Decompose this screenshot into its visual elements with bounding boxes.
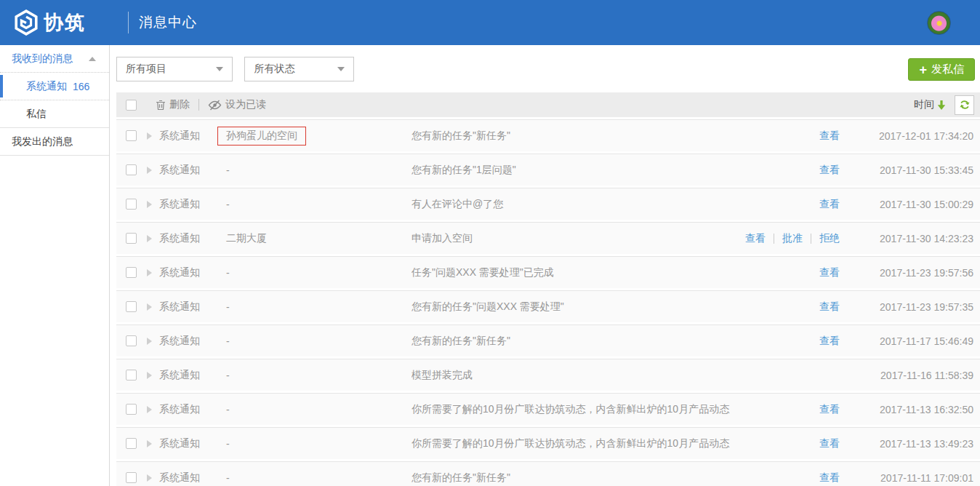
expand-arrow-icon[interactable] [147,406,152,413]
row-project: - [226,370,230,381]
app-header: 协筑 消息中心 [0,0,980,45]
row-project: - [226,267,230,279]
row-type: 系统通知 [159,130,226,143]
row-checkbox[interactable] [126,164,137,175]
view-link[interactable]: 查看 [819,335,840,348]
refresh-button[interactable] [955,95,974,115]
sidebar-item-private-message[interactable]: 私信 [0,100,109,128]
row-actions: 查看 [731,335,840,348]
row-time: 2017-11-30 15:33:45 [840,164,980,176]
expand-arrow-icon[interactable] [147,338,152,345]
select-all-checkbox[interactable] [126,100,137,111]
expand-arrow-icon[interactable] [147,372,152,379]
table-row: 系统通知 - 您有新的任务"新任务" 查看 2017-11-11 17:09:0… [116,461,980,486]
row-project: 孙狗蛋儿的空间 [217,127,306,146]
row-message: 您有新的任务"1层问题" [411,164,731,177]
row-actions: 查看 [731,164,840,177]
row-project: - [226,301,230,313]
row-checkbox[interactable] [126,199,137,210]
row-type: 系统通知 [159,335,226,348]
row-time: 2017-11-11 17:09:01 [840,472,980,484]
unread-count-badge: 166 [73,81,89,92]
row-project: - [226,199,230,210]
header-divider [128,12,129,33]
sidebar-group-received[interactable]: 我收到的消息 [0,45,109,73]
chevron-down-icon [216,67,223,71]
row-checkbox[interactable] [126,472,137,483]
expand-arrow-icon[interactable] [147,201,152,208]
row-checkbox[interactable] [126,130,137,141]
trash-icon [156,100,166,111]
view-link[interactable]: 查看 [745,232,766,245]
status-filter-select[interactable]: 所有状态 [244,57,354,81]
row-message: 您有新的任务"问题XXX 需要处理" [411,300,731,314]
view-link[interactable]: 查看 [819,198,840,211]
view-link[interactable]: 查看 [819,403,840,416]
row-checkbox[interactable] [126,438,137,449]
project-filter-select[interactable]: 所有项目 [116,57,233,81]
table-row: 系统通知 - 您有新的任务"1层问题" 查看 2017-11-30 15:33:… [116,154,980,186]
expand-arrow-icon[interactable] [147,269,152,276]
row-actions: 查看 [731,266,840,279]
mark-read-button[interactable]: 设为已读 [208,98,266,111]
sidebar-item-label: 私信 [0,108,47,121]
row-checkbox[interactable] [126,267,137,278]
approve-link[interactable]: 批准 [782,232,803,245]
sort-descending-arrow-icon[interactable] [937,100,946,111]
delete-label: 删除 [169,98,190,111]
row-time: 2017-11-17 15:46:49 [840,335,980,347]
expand-arrow-icon[interactable] [147,440,152,447]
compose-private-message-button[interactable]: + 发私信 [908,58,975,81]
row-checkbox[interactable] [126,233,137,244]
main-content: 所有项目 所有状态 + 发私信 删除 设为已读 [116,45,980,486]
table-row: 系统通知 孙狗蛋儿的空间 您有新的任务"新任务" 查看 2017-12-01 1… [116,119,980,151]
view-link[interactable]: 查看 [819,130,840,143]
chevron-down-icon [337,67,345,71]
row-checkbox[interactable] [126,370,137,381]
row-project: - [226,164,230,176]
row-project: - [226,335,230,347]
sort-time-label[interactable]: 时间 [914,98,934,111]
row-checkbox[interactable] [126,301,137,312]
sidebar-item-label: 系统通知 [0,80,67,93]
sidebar-item-system-notice[interactable]: 系统通知 166 [0,73,109,100]
expand-arrow-icon[interactable] [147,235,152,242]
row-message: 你所需要了解的10月份广联达协筑动态，内含新鲜出炉的10月产品动态，诺士诚监理单… [411,437,731,450]
table-row: 系统通知 二期大厦 申请加入空间 查看批准拒绝 2017-11-30 14:23… [116,222,980,254]
action-separator [811,234,811,244]
sidebar-group-sent[interactable]: 我发出的消息 [0,128,109,156]
page-title: 消息中心 [139,13,197,32]
view-link[interactable]: 查看 [819,300,840,314]
row-message: 有人在评论中@了您 [411,198,731,211]
row-type: 系统通知 [159,437,226,450]
row-checkbox[interactable] [126,335,137,346]
expand-arrow-icon[interactable] [147,167,152,174]
table-row: 系统通知 - 模型拼装完成 2017-11-16 11:58:39 [116,359,980,391]
row-actions: 查看 [731,403,840,416]
row-actions: 查看 [731,437,840,450]
expand-arrow-icon[interactable] [147,132,152,140]
row-time: 2017-12-01 17:34:20 [840,130,980,142]
delete-button[interactable]: 删除 [156,98,190,111]
row-time: 2017-11-23 19:57:35 [840,301,980,313]
row-actions: 查看 [731,471,840,485]
collapse-caret-icon [89,57,96,61]
row-time: 2017-11-13 13:49:23 [840,438,980,450]
row-actions: 查看 [731,130,840,143]
brand-logo[interactable]: 协筑 [13,9,86,36]
view-link[interactable]: 查看 [819,437,840,450]
row-actions: 查看批准拒绝 [731,232,840,245]
plus-icon: + [919,63,927,76]
row-message: 申请加入空间 [411,232,731,245]
toolbar-separator [198,99,199,111]
row-message: 任务"问题XXX 需要处理"已完成 [411,266,731,279]
view-link[interactable]: 查看 [819,266,840,279]
row-project: - [226,438,230,450]
view-link[interactable]: 查看 [819,164,840,177]
user-avatar[interactable] [927,11,951,35]
view-link[interactable]: 查看 [819,471,840,485]
reject-link[interactable]: 拒绝 [819,232,840,245]
expand-arrow-icon[interactable] [147,303,152,311]
expand-arrow-icon[interactable] [147,474,152,482]
row-checkbox[interactable] [126,404,137,415]
